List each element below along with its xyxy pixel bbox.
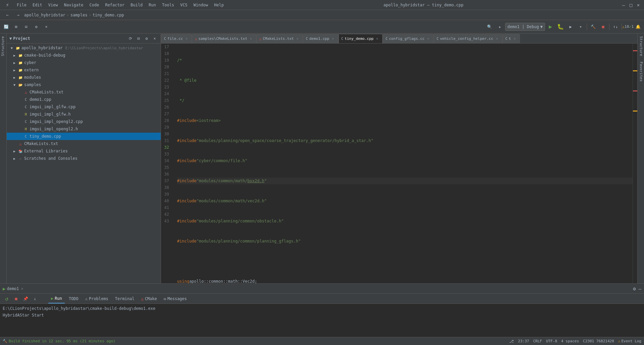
tab-tiny-demo-close[interactable]: × (375, 37, 380, 41)
status-line-ending[interactable]: CRLF (533, 339, 542, 343)
tab-t[interactable]: C t × (502, 34, 520, 43)
tree-item-imgui-h[interactable]: H imgui_impl_glfw.h (7, 111, 161, 118)
settings-button[interactable]: ⚙ (32, 22, 41, 31)
tab-t-close[interactable]: × (512, 37, 517, 41)
close-panel-button[interactable]: × (42, 22, 51, 31)
structure-label[interactable]: Structure (638, 33, 644, 59)
status-git[interactable]: ⎇ (509, 339, 514, 344)
menu-navigate[interactable]: Navigate (61, 2, 86, 8)
status-indent[interactable]: 4 spaces (561, 339, 579, 343)
bottom-tab-todo[interactable]: TODO (66, 294, 81, 303)
down-button[interactable]: ↓ (31, 295, 39, 303)
close-button[interactable]: × (635, 2, 641, 8)
tab-vehicle-config[interactable]: C vehicle_config_helper.cc × (434, 34, 502, 43)
menu-window[interactable]: Window (191, 2, 211, 8)
bottom-tab-terminal[interactable]: Terminal (112, 294, 137, 303)
root-cmake-label: CMakeLists.txt (24, 141, 58, 146)
notifications-button[interactable]: 🔔 (633, 22, 643, 31)
minimize-button[interactable]: – (621, 2, 627, 8)
stop-button[interactable]: ■ (598, 22, 608, 31)
status-encoding[interactable]: UTF-8 (546, 339, 557, 343)
tab-vehicle-config-close[interactable]: × (495, 37, 499, 41)
collapse-button[interactable]: ⊟ (21, 22, 31, 31)
tree-item-samples-cmake[interactable]: △ CMakeLists.txt (7, 88, 161, 96)
bottom-tab-cmake[interactable]: △ CMake (139, 294, 160, 303)
tree-item-cmake-build-debug[interactable]: ▶ 📁 cmake-build-debug (7, 52, 161, 59)
menu-file[interactable]: File (14, 2, 29, 8)
tab-samples-cmake[interactable]: △ samples\CMakeLists.txt × (192, 34, 256, 43)
project-settings-button[interactable]: ⚙ (143, 35, 150, 42)
menu-vcs[interactable]: VCS (177, 2, 190, 8)
tree-item-imgui-opengl-h[interactable]: H imgui_impl_opengl2.h (7, 125, 161, 133)
sync-files-button[interactable]: ⟳ (127, 35, 134, 42)
tree-item-external-libs[interactable]: ▶ 📚 External Libraries (7, 147, 161, 155)
tree-item-cyber[interactable]: ▶ 📁 cyber (7, 59, 161, 66)
menu-tools[interactable]: Tools (159, 2, 177, 8)
tiny-demo-cpp-icon: C (23, 135, 28, 138)
run-with-coverage-button[interactable]: ▶ (566, 22, 575, 31)
menu-run[interactable]: Run (146, 2, 159, 8)
tab-config-gflags[interactable]: C config_gflags.cc × (383, 34, 434, 43)
status-event-log[interactable]: ⚠ Event Log (618, 339, 641, 343)
bottom-tab-run[interactable]: ▶ Run (48, 294, 65, 303)
breadcrumb-project[interactable]: apollo_hybridstar (24, 13, 65, 17)
tree-item-samples[interactable]: ▼ 📂 samples (7, 81, 161, 88)
tree-item-imgui-cpp[interactable]: C imgui_impl_glfw.cpp (7, 103, 161, 111)
search-everywhere-button[interactable]: 🔍 (485, 22, 494, 31)
tab-samples-cmake-close[interactable]: × (249, 37, 253, 41)
tree-item-scratches[interactable]: ▶ ✏ Scratches and Consoles (7, 155, 161, 162)
error-count-button[interactable]: ⚠ 18 ✓ 1 (623, 22, 633, 31)
menu-refactor[interactable]: Refactor (102, 2, 127, 8)
build-button[interactable]: 🔨 (588, 22, 598, 31)
run-button[interactable]: ▶ (546, 22, 555, 31)
tab-tiny-demo[interactable]: C tiny_demo.cpp × (338, 34, 383, 43)
tab-file-cc-close[interactable]: × (184, 37, 189, 41)
close-run-tab-button[interactable]: × (21, 286, 23, 291)
tree-view-button[interactable]: ⊞ (11, 22, 21, 31)
git-button[interactable]: ↑↓ (611, 22, 620, 31)
stop-run-button[interactable]: ■ (12, 295, 20, 303)
code-line-17: /* (177, 57, 633, 64)
code-content[interactable]: /* * @file */ #include <iostream> #inclu… (174, 44, 633, 283)
structure-panel-label[interactable]: Structure (0, 33, 6, 59)
menu-help[interactable]: Help (211, 2, 226, 8)
nav-forward-button[interactable]: → (13, 10, 23, 20)
menu-edit[interactable]: Edit (30, 2, 45, 8)
sync-button[interactable]: 🔄 (1, 22, 11, 31)
status-position[interactable]: 23:37 (518, 339, 529, 343)
collapse-all-button[interactable]: ⊟ (135, 35, 142, 42)
rerun-button[interactable]: ↺ (3, 295, 11, 303)
tree-item-root-cmake[interactable]: △ CMakeLists.txt (7, 140, 161, 147)
tree-item-imgui-opengl-cpp[interactable]: C imgui_impl_opengl2.cpp (7, 118, 161, 125)
maximize-button[interactable]: □ (628, 2, 634, 8)
tab-config-gflags-close[interactable]: × (426, 37, 431, 41)
minus-icon[interactable]: – (639, 286, 641, 291)
breadcrumb-folder[interactable]: samples (70, 13, 88, 17)
code-editor[interactable]: 17 18 19 20 21 22 23 24 25 26 27 28 29 3… (161, 44, 637, 283)
more-run-options-button[interactable]: ▾ (576, 22, 585, 31)
tree-item-demo1[interactable]: C demo1.cpp (7, 96, 161, 103)
tab-demo1-close[interactable]: × (331, 37, 335, 41)
nav-back-button[interactable]: ← (3, 10, 12, 20)
tree-item-extern[interactable]: ▶ 📁 extern (7, 66, 161, 74)
tab-file-cc[interactable]: C file.cc × (161, 34, 192, 43)
tree-item-root[interactable]: ▼ 📁 apollo_hybridstar E:\CLionProjects\a… (7, 44, 161, 52)
debug-button[interactable]: 🐛 (556, 22, 565, 31)
gear-icon[interactable]: ⚙ (633, 286, 636, 291)
tree-item-tiny-demo[interactable]: C tiny_demo.cpp (7, 133, 161, 140)
menu-build[interactable]: Build (128, 2, 145, 8)
tree-item-modules[interactable]: ▶ 📁 modules (7, 74, 161, 81)
tab-cmake[interactable]: △ CMakeLists.txt × (256, 34, 303, 43)
bookmark-button[interactable]: ★ (495, 22, 504, 31)
menu-code[interactable]: Code (87, 2, 102, 8)
pin-button[interactable]: 📌 (21, 295, 30, 303)
bottom-tab-messages[interactable]: ✉ Messages (161, 294, 190, 303)
tab-cmake-close[interactable]: × (295, 37, 300, 41)
breadcrumb-file[interactable]: tiny_demo.cpp (93, 13, 124, 17)
close-project-panel-button[interactable]: × (151, 35, 158, 42)
tab-demo1[interactable]: C demo1.cpp × (303, 34, 338, 43)
favorites-label[interactable]: Favorites (638, 59, 644, 84)
bottom-tab-problems[interactable]: ⚠ Problems (83, 294, 111, 303)
menu-view[interactable]: View (46, 2, 61, 8)
run-config-dropdown[interactable]: demo1 | Debug ▼ (505, 23, 545, 31)
